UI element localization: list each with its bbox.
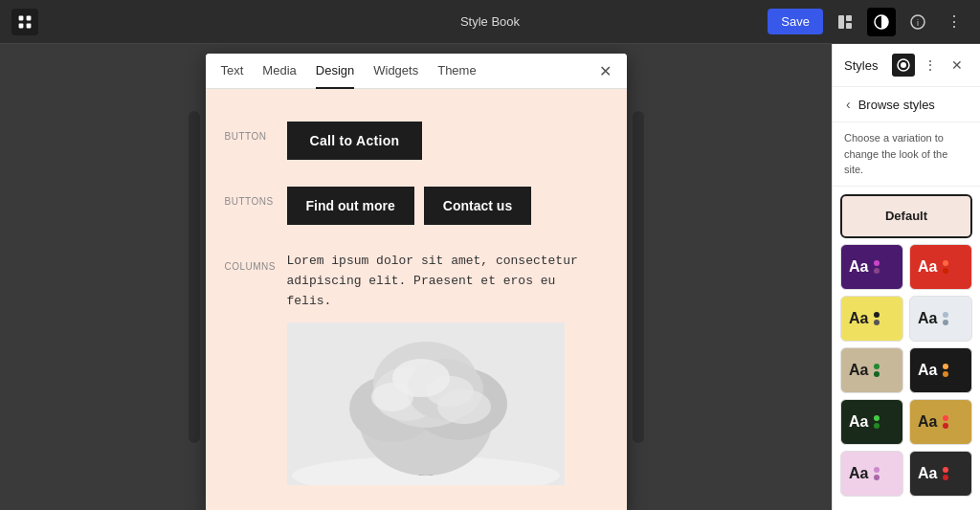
contact-us-button[interactable]: Contact us xyxy=(424,187,531,225)
style-card-default[interactable]: Default xyxy=(840,194,972,238)
scroll-left xyxy=(189,111,200,443)
top-bar: Style Book Save i ⋮ xyxy=(0,0,980,44)
svg-rect-5 xyxy=(846,15,852,21)
browse-styles-header: ‹ Browse styles xyxy=(833,87,980,122)
style-card-gray-light[interactable]: Aa xyxy=(909,296,972,342)
dots-tan xyxy=(874,364,880,377)
style-card-green-dark[interactable]: Aa xyxy=(840,399,903,445)
columns-label: COLUMNS xyxy=(225,252,287,272)
svg-rect-1 xyxy=(27,15,32,20)
right-sidebar: Styles ⋮ ✕ ‹ Browse styles Choose a vari… xyxy=(832,44,980,510)
style-card-dark-gray[interactable]: Aa xyxy=(909,451,972,497)
sidebar-header: Styles ⋮ ✕ xyxy=(833,44,980,87)
contrast-icon-button[interactable] xyxy=(867,8,896,36)
sidebar-title: Styles xyxy=(844,58,878,73)
styles-panel-icon-button[interactable] xyxy=(892,54,915,77)
svg-rect-4 xyxy=(838,15,844,29)
styles-grid: Default Aa Aa xyxy=(833,187,980,504)
button-label: BUTTON xyxy=(225,122,287,142)
style-card-gold[interactable]: Aa xyxy=(909,399,972,445)
preview-panel: Text Media Design Widgets Theme ✕ BUTTON… xyxy=(206,54,627,510)
cta-button[interactable]: Call to Action xyxy=(287,122,423,160)
tab-design[interactable]: Design xyxy=(316,54,354,89)
columns-text: Lorem ipsum dolor sit amet, consectetur … xyxy=(287,252,608,311)
style-aa-red: Aa xyxy=(918,258,937,276)
top-bar-right: Save i ⋮ xyxy=(768,8,969,36)
style-aa-tan: Aa xyxy=(849,362,868,379)
dots-green-dark xyxy=(874,415,880,429)
tab-theme[interactable]: Theme xyxy=(437,54,476,89)
svg-rect-0 xyxy=(19,15,24,20)
style-aa-dark: Aa xyxy=(918,362,937,379)
dots-purple xyxy=(874,260,880,274)
svg-text:i: i xyxy=(917,18,919,28)
tab-media[interactable]: Media xyxy=(262,54,296,89)
style-aa-pink-light: Aa xyxy=(849,465,868,482)
top-bar-left xyxy=(11,9,38,35)
tab-widgets[interactable]: Widgets xyxy=(373,54,418,89)
layout-icon-button[interactable] xyxy=(831,8,859,36)
svg-rect-3 xyxy=(27,23,32,28)
buttons-content: Find out more Contact us xyxy=(287,187,608,225)
svg-point-20 xyxy=(371,383,413,411)
style-aa-green-dark: Aa xyxy=(849,413,868,431)
style-card-purple[interactable]: Aa xyxy=(840,244,903,290)
dots-gold xyxy=(943,415,948,429)
style-aa-gold: Aa xyxy=(918,413,937,431)
button-content: Call to Action xyxy=(287,122,608,160)
canvas-area: Text Media Design Widgets Theme ✕ BUTTON… xyxy=(0,44,832,510)
more-options-button[interactable]: ⋮ xyxy=(940,8,969,36)
style-card-tan[interactable]: Aa xyxy=(840,347,903,393)
default-label: Default xyxy=(885,209,927,223)
sidebar-close-button[interactable]: ✕ xyxy=(946,54,969,77)
dots-yellow xyxy=(874,312,880,325)
sidebar-icon-group: ⋮ ✕ xyxy=(892,54,969,77)
dots-dark xyxy=(943,364,948,377)
style-card-dark[interactable]: Aa xyxy=(909,347,972,393)
tree-image xyxy=(287,322,565,485)
tabs-header: Text Media Design Widgets Theme ✕ xyxy=(206,54,627,89)
browse-styles-title: Browse styles xyxy=(858,98,935,112)
dots-pink-light xyxy=(874,467,880,480)
style-aa-yellow: Aa xyxy=(849,310,868,327)
columns-section: COLUMNS Lorem ipsum dolor sit amet, cons… xyxy=(206,238,627,499)
main-area: Text Media Design Widgets Theme ✕ BUTTON… xyxy=(0,44,980,510)
buttons-section: BUTTONS Find out more Contact us xyxy=(206,173,627,238)
style-card-pink-light[interactable]: Aa xyxy=(840,451,903,497)
preview-content: BUTTON Call to Action BUTTONS Find out m… xyxy=(206,89,627,510)
save-button[interactable]: Save xyxy=(768,9,823,34)
info-icon-button[interactable]: i xyxy=(903,8,932,36)
dots-gray-light xyxy=(943,312,948,325)
page-title: Style Book xyxy=(460,14,520,29)
style-aa-dark-gray: Aa xyxy=(918,465,937,482)
sidebar-more-button[interactable]: ⋮ xyxy=(919,54,942,77)
style-aa-purple: Aa xyxy=(849,258,868,276)
close-panel-button[interactable]: ✕ xyxy=(599,62,612,80)
columns-content: Lorem ipsum dolor sit amet, consectetur … xyxy=(287,252,608,485)
find-out-more-button[interactable]: Find out more xyxy=(287,187,414,225)
button-section: BUTTON Call to Action xyxy=(206,108,627,173)
wp-logo xyxy=(11,9,38,35)
svg-rect-2 xyxy=(19,23,24,28)
browse-description: Choose a variation to change the look of… xyxy=(833,122,980,187)
style-card-red[interactable]: Aa xyxy=(909,244,972,290)
buttons-label: BUTTONS xyxy=(225,187,287,207)
dots-dark-gray xyxy=(943,467,948,480)
style-aa-gray-light: Aa xyxy=(918,310,937,327)
svg-rect-6 xyxy=(846,23,852,29)
tab-text[interactable]: Text xyxy=(221,54,244,89)
back-button[interactable]: ‹ xyxy=(844,95,853,114)
scroll-right xyxy=(633,111,644,443)
dots-red xyxy=(943,260,948,274)
svg-point-22 xyxy=(437,389,491,424)
svg-point-24 xyxy=(901,62,906,68)
style-card-yellow[interactable]: Aa xyxy=(840,296,903,342)
